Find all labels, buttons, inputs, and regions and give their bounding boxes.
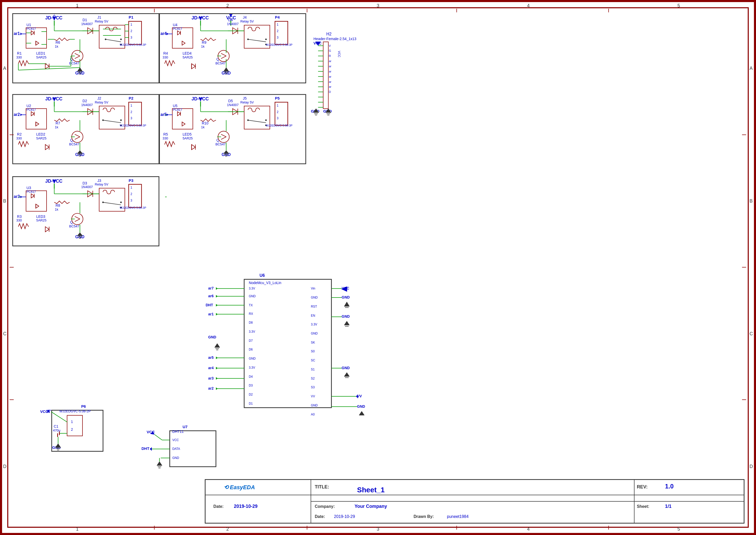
svg-rect-85: [172, 28, 193, 48]
svg-text:ar: ar: [329, 60, 331, 63]
svg-text:3: 3: [277, 116, 279, 120]
svg-text:330: 330: [16, 55, 22, 59]
svg-text:LED1: LED1: [36, 51, 45, 55]
svg-text:R5: R5: [163, 132, 168, 136]
svg-marker-377: [216, 367, 218, 369]
svg-text:1: 1: [277, 23, 279, 26]
svg-marker-383: [216, 387, 218, 390]
svg-rect-259: [26, 191, 46, 211]
svg-text:Date:: Date:: [315, 514, 325, 519]
nodemcu-u6: U6 NodeMcu_V3_LoLin ar7 ar6 DHT ar1 GND …: [205, 273, 365, 416]
svg-text:U3: U3: [27, 186, 31, 190]
svg-text:P5: P5: [275, 96, 280, 100]
svg-text:5AR25: 5AR25: [36, 136, 46, 140]
svg-text:R6: R6: [56, 41, 60, 44]
svg-text:D7: D7: [249, 339, 253, 343]
svg-text:VCC: VCC: [337, 51, 341, 58]
svg-text:GND: GND: [249, 357, 256, 360]
svg-text:LED5: LED5: [183, 132, 192, 136]
svg-text:ar4: ar4: [208, 366, 214, 370]
title-block: ⟲ EasyEDA TITLE: Sheet_1 REV: 1.0 Compan…: [205, 480, 744, 523]
relay-block-5: JD-VCC U5 PC817 ar5 R5 330 LED5 5AR25: [160, 95, 306, 164]
svg-text:2019-10-29: 2019-10-29: [234, 504, 257, 509]
svg-text:WJ2EDGVC-5.08-3P: WJ2EDGVC-5.08-3P: [266, 43, 292, 46]
svg-text:BC547: BC547: [215, 61, 226, 65]
svg-point-59: [105, 39, 106, 40]
svg-text:1: 1: [130, 23, 132, 26]
svg-text:P4: P4: [275, 15, 280, 19]
svg-text:D1: D1: [249, 402, 253, 406]
svg-text:SK: SK: [311, 341, 315, 344]
svg-text:U7: U7: [183, 425, 187, 429]
svg-text:Relay 5V: Relay 5V: [95, 19, 109, 23]
svg-text:5AR25: 5AR25: [183, 55, 193, 59]
svg-text:Vin: Vin: [311, 287, 315, 290]
svg-text:GND: GND: [342, 366, 350, 370]
svg-text:ar: ar: [329, 85, 331, 88]
svg-text:2: 2: [71, 427, 73, 432]
header-h2: H2 Header-Female-2.54_1x13 VCC V G R ar: [311, 32, 356, 115]
svg-text:S2: S2: [311, 377, 315, 380]
svg-text:2: 2: [130, 110, 132, 114]
svg-text:SC: SC: [311, 358, 315, 362]
svg-text:BC547: BC547: [215, 142, 226, 146]
svg-text:J3: J3: [97, 179, 101, 183]
svg-text:D2: D2: [249, 393, 253, 396]
svg-point-60: [120, 39, 122, 40]
svg-text:D3: D3: [249, 384, 253, 387]
svg-text:WJ2EDGVC-5.08-3P: WJ2EDGVC-5.08-3P: [120, 206, 146, 209]
svg-marker-380: [216, 377, 218, 380]
svg-text:BC547: BC547: [69, 224, 79, 228]
svg-text:3.3V: 3.3V: [249, 330, 255, 333]
svg-marker-368: [215, 344, 220, 348]
svg-text:3: 3: [130, 116, 132, 120]
schematic-svg: JD-VCC U1 PC817 ar1: [2, 2, 754, 533]
svg-text:5AR25: 5AR25: [36, 218, 46, 222]
svg-text:ar3: ar3: [208, 376, 214, 380]
svg-text:1N4007: 1N4007: [81, 22, 93, 26]
svg-text:1k: 1k: [55, 44, 59, 48]
svg-text:1k: 1k: [55, 208, 59, 211]
company-value: Your Company: [355, 504, 387, 509]
svg-text:R9: R9: [202, 41, 206, 44]
svg-text:ar: ar: [329, 65, 331, 68]
svg-text:WJ2EDGVC-5.08-3P: WJ2EDGVC-5.08-3P: [120, 43, 146, 46]
svg-marker-437: [359, 411, 364, 415]
svg-text:LED3: LED3: [36, 214, 45, 219]
svg-text:ar6: ar6: [208, 294, 214, 298]
svg-point-185: [102, 119, 104, 121]
svg-text:3: 3: [130, 199, 132, 202]
svg-text:GND: GND: [311, 404, 318, 407]
svg-rect-7: [26, 28, 46, 48]
svg-text:A0: A0: [311, 413, 315, 416]
dht11-u7: U7 DHT11 VCC DATA GND VCC DHT: [142, 425, 216, 468]
svg-text:D4: D4: [229, 18, 233, 22]
svg-text:Relay 5V: Relay 5V: [95, 100, 109, 104]
svg-text:Sheet:: Sheet:: [637, 504, 649, 509]
svg-text:P3: P3: [129, 179, 133, 183]
svg-text:D2: D2: [83, 99, 87, 103]
svg-text:ar1: ar1: [14, 31, 20, 36]
svg-text:C1: C1: [54, 424, 59, 428]
svg-text:ar7: ar7: [208, 286, 214, 290]
svg-marker-472: [157, 462, 162, 465]
svg-text:1: 1: [130, 186, 132, 189]
svg-text:TX: TX: [249, 303, 253, 307]
svg-text:2: 2: [277, 29, 279, 33]
svg-text:EN: EN: [311, 314, 315, 318]
relay-block-4: JD-VCC VCC U4 PC817 ar4 R4 330: [160, 14, 306, 83]
svg-text:3.3V: 3.3V: [249, 366, 255, 369]
svg-text:1N4007: 1N4007: [81, 103, 93, 107]
svg-text:1.0: 1.0: [665, 483, 673, 490]
svg-text:1: 1: [130, 104, 132, 107]
svg-text:330: 330: [16, 136, 22, 140]
svg-text:R: R: [329, 54, 331, 57]
svg-text:Relay 5V: Relay 5V: [240, 19, 254, 23]
svg-text:S3: S3: [311, 385, 315, 389]
svg-text:Date:: Date:: [213, 504, 224, 509]
svg-text:U2: U2: [27, 104, 31, 108]
svg-text:5AR25: 5AR25: [36, 55, 46, 59]
svg-text:ar: ar: [329, 75, 331, 78]
svg-text:1: 1: [71, 420, 73, 424]
svg-rect-201: [172, 109, 193, 129]
